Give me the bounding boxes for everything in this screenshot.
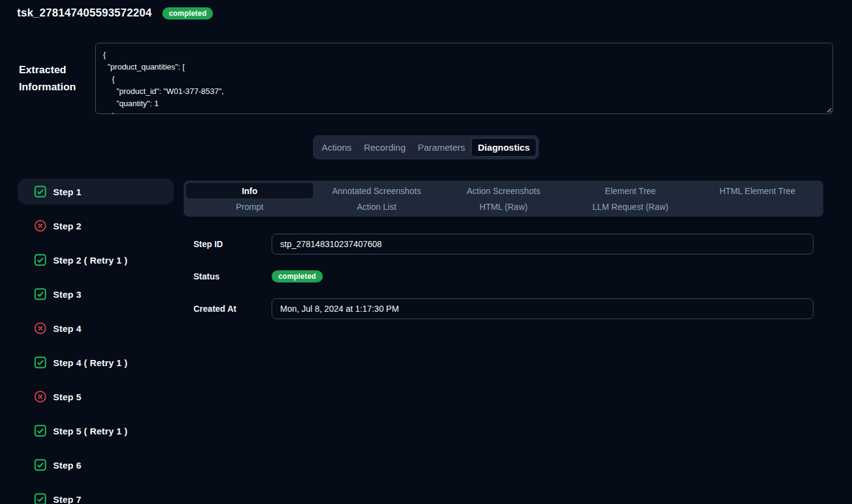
step-label: Step 4	[53, 323, 81, 334]
failure-x-icon	[34, 391, 46, 403]
subtab-action-list[interactable]: Action List	[313, 199, 440, 214]
step-item-2[interactable]: Step 2	[18, 213, 174, 239]
step-label: Step 4 ( Retry 1 )	[53, 358, 128, 368]
step-item-7[interactable]: Step 7	[18, 486, 174, 504]
step-item-3[interactable]: Step 3	[18, 281, 174, 307]
success-check-icon	[34, 425, 46, 437]
tab-actions[interactable]: Actions	[316, 138, 358, 157]
diagnostics-subtabs: Info Annotated Screenshots Action Screen…	[184, 181, 823, 217]
success-check-icon	[34, 493, 46, 504]
status-label: Status	[193, 272, 272, 281]
subtab-html-element-tree[interactable]: HTML Element Tree	[694, 183, 821, 198]
created-at-label: Created At	[193, 304, 272, 314]
step-item-5-retry-1[interactable]: Step 5 ( Retry 1 )	[18, 418, 174, 444]
created-at-row: Created At	[193, 298, 814, 319]
subtab-prompt[interactable]: Prompt	[186, 199, 313, 214]
extracted-info-label: Extracted Information	[19, 62, 93, 96]
subtab-info[interactable]: Info	[186, 183, 313, 198]
success-check-icon	[34, 459, 46, 471]
subtab-llm-request-raw[interactable]: LLM Request (Raw)	[567, 199, 694, 214]
step-item-4-retry-1[interactable]: Step 4 ( Retry 1 )	[18, 350, 174, 375]
step-item-2-retry-1[interactable]: Step 2 ( Retry 1 )	[18, 247, 174, 273]
step-label: Step 1	[53, 187, 81, 197]
success-check-icon	[34, 254, 46, 266]
step-label: Step 2	[53, 221, 81, 231]
subtab-action-screenshots[interactable]: Action Screenshots	[440, 183, 567, 198]
success-check-icon	[34, 288, 46, 300]
step-label: Step 5	[53, 392, 81, 402]
step-id-row: Step ID	[193, 234, 814, 254]
subtab-element-tree[interactable]: Element Tree	[567, 183, 694, 198]
success-check-icon	[34, 185, 46, 198]
step-item-6[interactable]: Step 6	[18, 452, 174, 478]
step-id-label: Step ID	[193, 239, 272, 249]
task-id: tsk_278147405593572204	[17, 7, 152, 20]
step-item-1[interactable]: Step 1	[18, 179, 174, 204]
task-status-badge: completed	[162, 7, 214, 20]
step-label: Step 5 ( Retry 1 )	[53, 426, 128, 436]
status-row: Status completed	[193, 266, 814, 287]
step-label: Step 7	[53, 494, 81, 504]
tab-recording[interactable]: Recording	[358, 138, 411, 157]
tab-diagnostics[interactable]: Diagnostics	[471, 138, 536, 157]
step-item-4[interactable]: Step 4	[18, 315, 174, 341]
failure-x-icon	[34, 322, 46, 334]
step-info-fields: Step ID Status completed Created At	[184, 234, 823, 319]
subtab-annotated-screenshots[interactable]: Annotated Screenshots	[313, 183, 440, 198]
failure-x-icon	[34, 220, 46, 232]
step-item-5[interactable]: Step 5	[18, 384, 174, 409]
tab-parameters[interactable]: Parameters	[412, 138, 472, 157]
created-at-input[interactable]	[272, 298, 814, 319]
success-check-icon	[34, 356, 46, 369]
step-status-badge: completed	[272, 270, 323, 283]
step-label: Step 3	[53, 289, 81, 300]
task-header: tsk_278147405593572204 completed	[17, 7, 213, 20]
extracted-info-textarea[interactable]: { "product_quantities": [ { "product_id"…	[95, 43, 833, 114]
step-id-input[interactable]	[272, 234, 814, 254]
subtab-html-raw[interactable]: HTML (Raw)	[440, 199, 567, 214]
extracted-info-editor: { "product_quantities": [ { "product_id"…	[95, 43, 833, 114]
step-label: Step 2 ( Retry 1 )	[53, 255, 128, 265]
diagnostics-panel: Info Annotated Screenshots Action Screen…	[184, 181, 823, 331]
main-tabs: Actions Recording Parameters Diagnostics	[313, 135, 539, 159]
steps-sidebar: Step 1 Step 2 Step 2 ( Retry 1 ) Step 3 …	[18, 179, 174, 504]
step-label: Step 6	[53, 460, 81, 470]
